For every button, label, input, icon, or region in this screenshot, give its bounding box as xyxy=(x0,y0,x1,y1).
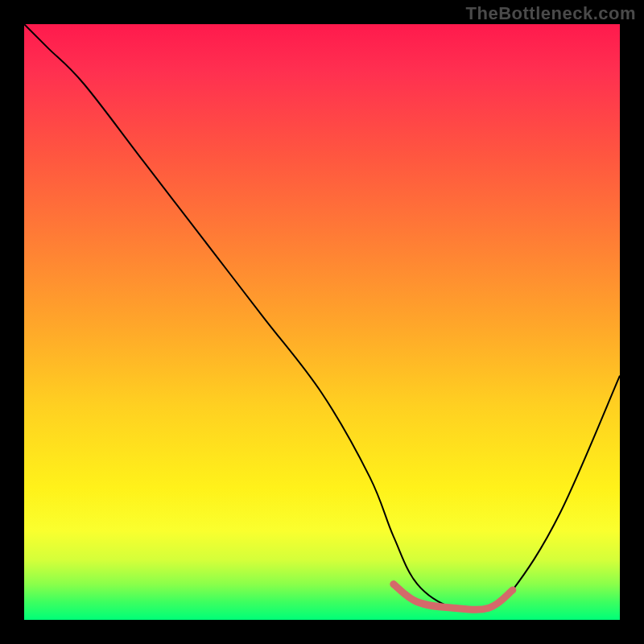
bottleneck-curve xyxy=(24,24,620,611)
chart-stage: TheBottleneck.com xyxy=(0,0,644,644)
optimal-range-highlight xyxy=(394,584,513,610)
plot-frame xyxy=(24,24,620,620)
watermark-text: TheBottleneck.com xyxy=(466,3,636,24)
curve-svg xyxy=(24,24,620,620)
plot-area xyxy=(24,24,620,620)
